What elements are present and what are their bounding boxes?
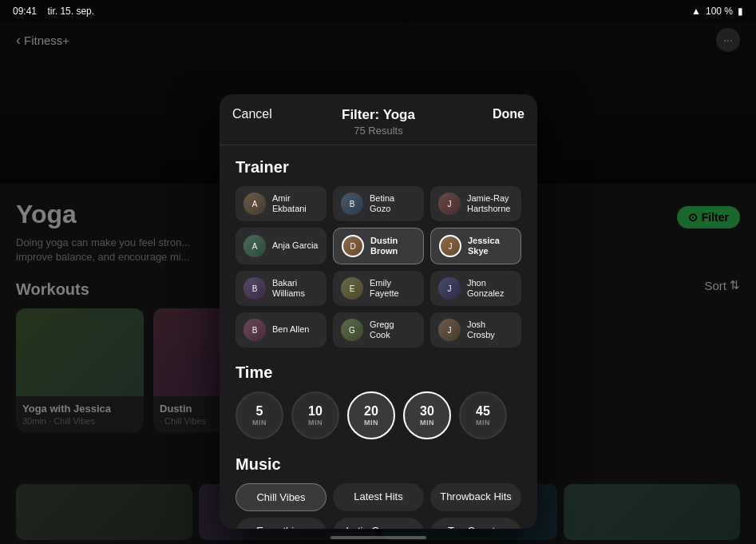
time-label: MIN: [476, 419, 490, 427]
trainer-name: Emily Fayette: [370, 278, 416, 299]
trainer-item[interactable]: JJessica Skye: [430, 228, 521, 264]
battery-icon: ▮: [738, 6, 743, 17]
trainer-avatar: J: [439, 235, 461, 257]
trainer-item[interactable]: GGregg Cook: [333, 312, 424, 347]
trainer-item[interactable]: BBakari Williams: [236, 271, 327, 306]
trainer-name: Dustin Brown: [370, 236, 415, 256]
trainer-avatar: B: [341, 193, 363, 215]
wifi-icon: ▲: [691, 6, 701, 17]
trainer-avatar: G: [341, 319, 363, 341]
time-option[interactable]: 10MIN: [291, 391, 339, 439]
trainer-item[interactable]: AAmir Ekbatani: [236, 186, 327, 221]
modal-body: Trainer AAmir EkbataniBBetina GozoJJamie…: [220, 145, 537, 529]
music-item[interactable]: Latest Hits: [333, 483, 424, 511]
status-date: tir. 15. sep.: [47, 6, 94, 17]
status-time-date: 09:41 tir. 15. sep.: [13, 6, 94, 17]
music-item[interactable]: Top Country: [430, 518, 521, 529]
trainer-name: Bakari Williams: [272, 278, 319, 299]
music-grid: Chill VibesLatest HitsThrowback HitsEver…: [236, 483, 521, 529]
time-number: 45: [476, 404, 490, 419]
modal-title: Filter: Yoga: [236, 107, 521, 123]
status-icons: ▲ 100 % ▮: [691, 6, 743, 17]
time-option[interactable]: 5MIN: [236, 391, 283, 439]
time-number: 20: [364, 404, 378, 419]
home-indicator: [331, 536, 426, 539]
trainer-avatar: B: [243, 319, 266, 341]
music-item[interactable]: Chill Vibes: [236, 483, 327, 511]
modal-subtitle: 75 Results: [236, 125, 521, 137]
music-item[interactable]: Latin Grooves: [333, 518, 424, 529]
modal-header: Cancel Filter: Yoga 75 Results Done: [220, 94, 537, 145]
time-section-title: Time: [236, 363, 521, 382]
music-section-title: Music: [236, 455, 521, 474]
trainer-name: Jessica Skye: [468, 236, 513, 256]
music-section: Music Chill VibesLatest HitsThrowback Hi…: [236, 455, 521, 529]
trainer-item[interactable]: AAnja Garcia: [236, 228, 327, 264]
time-label: MIN: [308, 419, 323, 427]
done-button[interactable]: Done: [493, 107, 524, 121]
trainer-item[interactable]: BBen Allen: [236, 312, 327, 347]
cancel-button[interactable]: Cancel: [232, 107, 272, 121]
time-label: MIN: [364, 419, 378, 427]
battery-label: 100 %: [706, 6, 733, 17]
trainer-avatar: D: [342, 235, 364, 257]
trainer-avatar: J: [438, 193, 461, 215]
trainer-section-title: Trainer: [236, 158, 521, 177]
status-time: 09:41: [13, 6, 37, 17]
time-label: MIN: [252, 419, 267, 427]
trainer-avatar: E: [341, 277, 363, 300]
trainer-avatar: A: [243, 235, 266, 257]
trainer-name: Josh Crosby: [467, 320, 513, 340]
trainer-item[interactable]: JJosh Crosby: [430, 312, 521, 347]
trainer-item[interactable]: JJamie-Ray Hartshorne: [430, 186, 521, 221]
trainer-name: Anja Garcia: [272, 240, 318, 251]
trainer-name: Amir Ekbatani: [272, 193, 319, 214]
trainer-grid: AAmir EkbataniBBetina GozoJJamie-Ray Har…: [236, 186, 521, 347]
status-bar: 09:41 tir. 15. sep. ▲ 100 % ▮: [0, 0, 756, 22]
time-option[interactable]: 45MIN: [459, 391, 507, 439]
trainer-item[interactable]: BBetina Gozo: [333, 186, 424, 221]
trainer-item[interactable]: DDustin Brown: [333, 228, 424, 264]
trainer-avatar: J: [438, 319, 461, 341]
trainer-name: Betina Gozo: [370, 193, 416, 214]
music-item[interactable]: Throwback Hits: [430, 483, 521, 511]
trainer-avatar: A: [243, 193, 266, 215]
time-label: MIN: [420, 419, 434, 427]
trainer-name: Ben Allen: [272, 324, 309, 335]
time-section: Time 5MIN10MIN20MIN30MIN45MIN: [236, 363, 521, 439]
time-number: 10: [308, 404, 323, 419]
time-option[interactable]: 30MIN: [403, 391, 451, 439]
time-option[interactable]: 20MIN: [347, 391, 395, 439]
trainer-name: Gregg Cook: [370, 320, 416, 340]
trainer-avatar: B: [243, 277, 266, 300]
music-item[interactable]: Everything Rock: [236, 518, 327, 529]
trainer-item[interactable]: JJhon Gonzalez: [430, 271, 521, 306]
trainer-item[interactable]: EEmily Fayette: [333, 271, 424, 306]
trainer-avatar: J: [438, 277, 461, 300]
trainer-name: Jhon Gonzalez: [467, 278, 513, 299]
filter-modal: Cancel Filter: Yoga 75 Results Done Trai…: [220, 94, 537, 529]
time-options: 5MIN10MIN20MIN30MIN45MIN: [236, 391, 521, 439]
time-number: 5: [256, 404, 263, 419]
trainer-name: Jamie-Ray Hartshorne: [467, 193, 513, 214]
time-number: 30: [420, 404, 434, 419]
